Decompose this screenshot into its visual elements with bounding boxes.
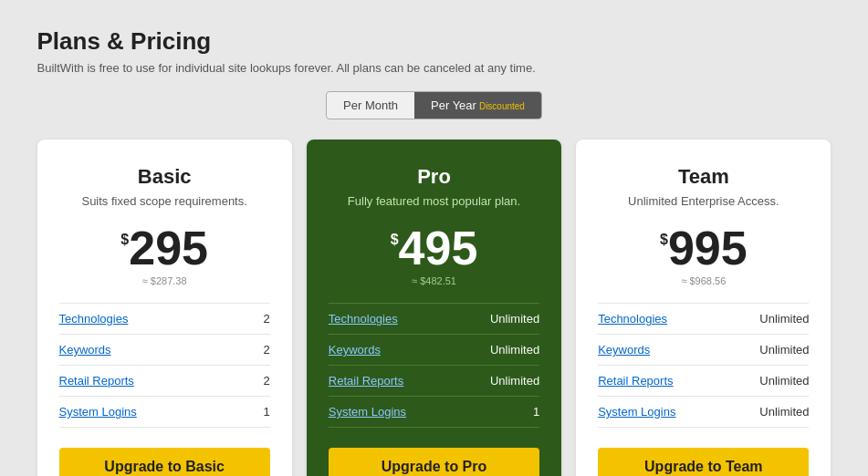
feature-row: Technologies Unlimited xyxy=(598,304,809,335)
per-year-button[interactable]: Per YearDiscounted xyxy=(414,92,541,119)
feature-name[interactable]: System Logins xyxy=(59,405,137,419)
plan-description-team: Unlimited Enterprise Access. xyxy=(628,194,779,208)
price-equivalent-pro: ≈ $482.51 xyxy=(412,275,456,286)
upgrade-button-pro[interactable]: Upgrade to Pro xyxy=(329,448,539,476)
feature-value: 1 xyxy=(533,405,539,419)
discounted-badge: Discounted xyxy=(479,101,525,111)
feature-row: System Logins 1 xyxy=(59,397,270,428)
feature-row: System Logins Unlimited xyxy=(598,397,809,428)
plan-description-basic: Suits fixed scope requirements. xyxy=(81,194,246,208)
feature-name[interactable]: Keywords xyxy=(598,343,650,357)
plan-name-team: Team xyxy=(678,165,729,189)
feature-row: Retail Reports Unlimited xyxy=(329,366,539,397)
feature-name[interactable]: Technologies xyxy=(59,312,129,326)
feature-value: Unlimited xyxy=(490,312,539,326)
per-month-button[interactable]: Per Month xyxy=(327,92,414,119)
page-title: Plans & Pricing xyxy=(37,27,831,56)
feature-name[interactable]: Retail Reports xyxy=(329,374,403,388)
price-amount-pro: 495 xyxy=(399,224,478,272)
price-amount-basic: 295 xyxy=(129,224,208,272)
page-header: Plans & Pricing BuiltWith is free to use… xyxy=(37,27,831,75)
feature-name[interactable]: Retail Reports xyxy=(59,374,134,388)
feature-value: Unlimited xyxy=(490,343,539,357)
page-subtitle: BuiltWith is free to use for individual … xyxy=(37,61,831,75)
feature-row: Keywords Unlimited xyxy=(329,335,539,366)
feature-name[interactable]: Technologies xyxy=(329,312,398,326)
plan-card-team: Team Unlimited Enterprise Access. $ 995 … xyxy=(576,140,831,476)
features-list-basic: Technologies 2 Keywords 2 Retail Reports… xyxy=(59,303,270,428)
feature-value: Unlimited xyxy=(759,343,809,357)
feature-value: 1 xyxy=(264,405,270,419)
price-dollar-team: $ xyxy=(660,232,668,248)
price-dollar-basic: $ xyxy=(120,232,129,248)
feature-value: Unlimited xyxy=(759,312,809,326)
feature-row: Keywords Unlimited xyxy=(598,335,809,366)
feature-row: Retail Reports Unlimited xyxy=(598,366,809,397)
feature-name[interactable]: Keywords xyxy=(329,343,381,357)
feature-value: 2 xyxy=(264,374,270,388)
price-equivalent-basic: ≈ $287.38 xyxy=(142,275,187,286)
plan-card-pro: Pro Fully featured most popular plan. $ … xyxy=(307,140,561,476)
upgrade-button-basic[interactable]: Upgrade to Basic xyxy=(59,448,270,476)
feature-name[interactable]: System Logins xyxy=(329,405,406,419)
feature-value: Unlimited xyxy=(759,374,809,388)
plan-card-basic: Basic Suits fixed scope requirements. $ … xyxy=(37,140,292,476)
price-equivalent-team: ≈ $968.56 xyxy=(681,275,726,286)
feature-name[interactable]: Keywords xyxy=(59,343,111,357)
plan-name-pro: Pro xyxy=(417,165,451,189)
feature-row: Technologies Unlimited xyxy=(329,304,539,335)
feature-value: Unlimited xyxy=(759,405,809,419)
feature-row: System Logins 1 xyxy=(329,397,539,428)
feature-value: Unlimited xyxy=(490,374,539,388)
billing-toggle: Per Month Per YearDiscounted xyxy=(326,91,542,119)
upgrade-button-team[interactable]: Upgrade to Team xyxy=(598,448,809,476)
plan-name-basic: Basic xyxy=(138,165,192,189)
price-container-basic: $ 295 xyxy=(120,224,208,272)
feature-value: 2 xyxy=(264,312,270,326)
price-container-team: $ 995 xyxy=(660,224,748,272)
feature-row: Technologies 2 xyxy=(59,304,270,335)
feature-row: Retail Reports 2 xyxy=(59,366,270,397)
features-list-team: Technologies Unlimited Keywords Unlimite… xyxy=(598,303,809,428)
plans-container: Basic Suits fixed scope requirements. $ … xyxy=(37,140,831,476)
feature-row: Keywords 2 xyxy=(59,335,270,366)
feature-name[interactable]: System Logins xyxy=(598,405,675,419)
price-dollar-pro: $ xyxy=(391,232,399,248)
features-list-pro: Technologies Unlimited Keywords Unlimite… xyxy=(329,303,539,428)
feature-name[interactable]: Retail Reports xyxy=(598,374,673,388)
price-container-pro: $ 495 xyxy=(391,224,478,272)
feature-value: 2 xyxy=(264,343,270,357)
plan-description-pro: Fully featured most popular plan. xyxy=(348,194,520,208)
price-amount-team: 995 xyxy=(668,224,748,272)
feature-name[interactable]: Technologies xyxy=(598,312,667,326)
